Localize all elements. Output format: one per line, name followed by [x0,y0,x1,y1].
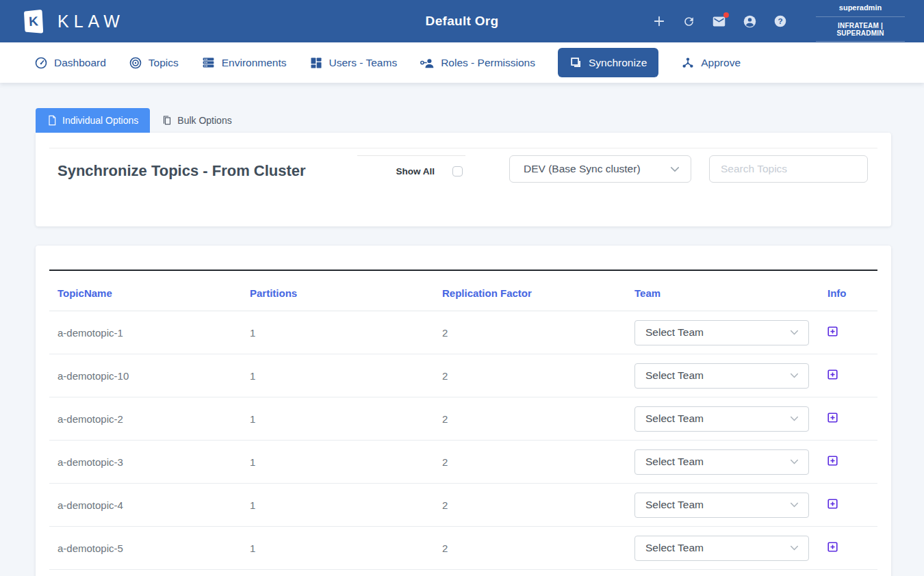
nav-item-dashboard[interactable]: Dashboard [34,56,106,70]
chevron-down-icon [790,459,799,464]
bullseye-icon [129,56,142,70]
team-select[interactable]: Select Team [634,320,809,345]
help-icon[interactable]: ? [773,14,787,28]
team-select[interactable]: Select Team [634,493,809,518]
topics-table-card: TopicName Partitions Replication Factor … [36,246,891,576]
nav-item-synchronize[interactable]: Synchronize [558,48,658,77]
partitions-cell: 1 [242,397,434,441]
nav-item-users-teams[interactable]: Users - Teams [309,56,398,70]
team-select[interactable]: Select Team [634,449,809,475]
topic-info-plus-icon[interactable] [827,456,838,466]
profile-icon[interactable] [743,14,757,29]
team-cell: Select Team [626,527,819,570]
svg-text:K: K [29,14,39,29]
refresh-icon[interactable] [682,15,695,28]
topic-info-plus-icon[interactable] [827,413,838,423]
tab-individual-options[interactable]: Individual Options [36,108,150,133]
table-row: a-demotopic-3 1 2 Select Team [49,441,877,484]
nav-label: Environments [222,57,287,69]
col-partitions: Partitions [242,270,434,311]
team-cell: Select Team [626,311,819,354]
partitions-cell: 1 [242,527,434,570]
topic-info-plus-icon[interactable] [827,499,838,509]
table-row: a-demotopic-10 1 2 Select Team [49,354,877,397]
partitions-cell: 1 [242,484,434,527]
user-menu[interactable]: superadmin INFRATEAM | SUPERADMIN [816,1,905,42]
team-select-placeholder: Select Team [645,456,704,468]
col-team: Team [626,270,819,311]
team-select[interactable]: Select Team [634,406,809,432]
show-all-group: Show All [357,155,465,176]
gauge-icon [34,56,48,70]
topic-name-cell: a-demotopic-10 [49,354,242,397]
team-select-placeholder: Select Team [645,326,704,339]
partitions-cell: 1 [242,441,434,484]
info-cell [819,397,877,441]
tab-bulk-options[interactable]: Bulk Options [150,108,243,133]
partitions-cell: 1 [242,354,434,397]
team-select-placeholder: Select Team [645,499,704,511]
nav-item-roles-permissions[interactable]: Roles - Permissions [420,56,535,70]
nav-label: Dashboard [54,57,106,69]
mail-notification-badge [723,12,729,18]
info-cell [819,354,877,397]
team-select-placeholder: Select Team [645,542,704,554]
sync-options-panel: Synchronize Topics - From Cluster Show A… [36,133,891,226]
table-row: a-demotopic-4 1 2 Select Team [49,484,877,527]
col-info: Info [819,270,877,311]
info-cell [819,441,877,484]
table-row: a-demotopic-5 1 2 Select Team [49,527,877,570]
nav-label: Roles - Permissions [441,57,535,69]
table-body: a-demotopic-1 1 2 Select Team [49,311,877,570]
key-person-icon [420,56,435,70]
topic-info-plus-icon[interactable] [827,369,838,380]
brand-name: KLAW [57,12,125,31]
replication-factor-cell: 2 [434,484,626,527]
tab-label: Individual Options [62,115,138,126]
search-topics-input[interactable] [709,155,868,183]
mail-icon[interactable] [712,14,726,29]
replication-factor-cell: 2 [434,527,626,570]
server-stack-icon [201,55,216,70]
nav-label: Approve [701,57,741,69]
klaw-logo-icon: K [21,7,47,36]
hub-icon [681,56,695,70]
document-icon [47,115,57,126]
team-select[interactable]: Select Team [634,536,809,561]
team-select[interactable]: Select Team [634,363,809,389]
nav-label: Topics [149,57,179,69]
topic-info-plus-icon[interactable] [827,542,838,552]
org-title: Default Org [426,14,499,29]
page-title: Synchronize Topics - From Cluster [57,162,357,180]
grid-tiles-icon [309,56,323,70]
team-role: INFRATEAM | SUPERADMIN [816,17,905,42]
main-nav: Dashboard Topics Environments [0,42,924,83]
replication-factor-cell: 2 [434,397,626,441]
main-content: Individual Options Bulk Options Synchron… [0,108,924,576]
show-all-checkbox[interactable] [452,166,463,176]
topic-info-plus-icon[interactable] [827,326,838,337]
add-icon[interactable] [652,14,666,28]
options-tabs: Individual Options Bulk Options [36,108,891,133]
nav-item-approve[interactable]: Approve [681,56,741,70]
col-topicname: TopicName [49,270,242,311]
nav-item-topics[interactable]: Topics [129,56,179,70]
team-cell: Select Team [626,397,819,441]
chevron-down-icon [790,502,799,508]
topics-table: TopicName Partitions Replication Factor … [49,270,877,570]
chevron-down-icon [790,545,799,551]
cluster-select[interactable]: DEV (Base Sync cluster) [509,155,691,183]
brand[interactable]: K KLAW [21,7,125,36]
topic-name-cell: a-demotopic-1 [49,311,242,354]
replication-factor-cell: 2 [434,311,626,354]
topic-name-cell: a-demotopic-4 [49,484,242,527]
col-replication-factor: Replication Factor [434,270,626,311]
table-header-row: TopicName Partitions Replication Factor … [49,270,877,311]
show-all-label: Show All [396,166,435,176]
info-cell [819,311,877,354]
top-navbar: K KLAW Default Org ? [0,0,924,42]
nav-item-environments[interactable]: Environments [201,55,287,70]
topic-name-cell: a-demotopic-3 [49,441,242,484]
replication-factor-cell: 2 [434,441,626,484]
chevron-down-icon [790,373,799,378]
